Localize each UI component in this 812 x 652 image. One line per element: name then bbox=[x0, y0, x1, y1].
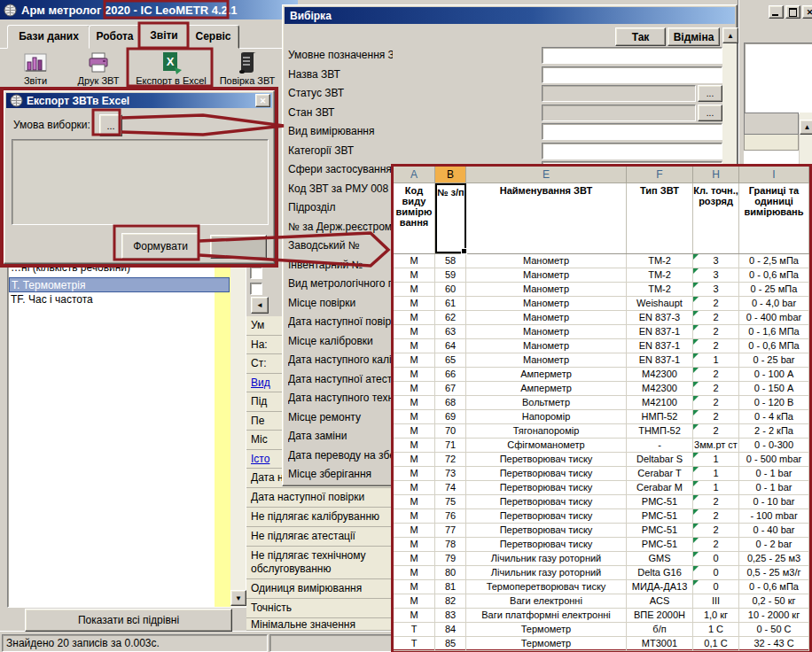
field-label-0: Умовне позначення ЗВТ bbox=[288, 49, 393, 61]
table-cell: М bbox=[394, 439, 435, 453]
column-header-F[interactable]: Тип ЗВТ bbox=[627, 183, 693, 253]
field-input-3[interactable] bbox=[542, 105, 696, 121]
scroll-left-button[interactable]: ◄ bbox=[251, 297, 269, 314]
table-cell: PMC-51 bbox=[627, 495, 693, 509]
table-cell: 0 - 1 bar bbox=[739, 481, 809, 495]
toolbar-button-excel[interactable]: XЕкспорт в Excel bbox=[129, 50, 213, 86]
table-row[interactable]: М67АмперметрМ4230020 - 150 А bbox=[394, 382, 809, 396]
table-row[interactable]: М75Перетворювач тискуPMC-5120 - 10 bar bbox=[394, 495, 809, 509]
table-row[interactable]: М77Перетворювач тискуPMC-5120 - 40 bar bbox=[394, 524, 809, 538]
column-header-A[interactable]: Код виду вимірю вання bbox=[394, 183, 435, 253]
field-input-5[interactable] bbox=[542, 143, 722, 159]
table-cell: 0 - 4,0 bar bbox=[739, 297, 809, 311]
table-row[interactable]: М63МанометрEN 837-120 - 1,6 МПа bbox=[394, 325, 809, 339]
field-browse-button-2[interactable]: ... bbox=[698, 85, 722, 102]
detail-row[interactable]: Мінімальне значення bbox=[246, 618, 391, 631]
detail-row[interactable]: Дата наступної повірки bbox=[246, 488, 391, 508]
table-row[interactable]: М81Термоперетворювач тискуМИДА-ДА1300 - … bbox=[394, 580, 809, 594]
table-row[interactable]: М58МанометрТМ-230 - 2,5 мПа bbox=[394, 254, 809, 268]
show-all-sublevels-button[interactable]: Показати всі підрівні bbox=[25, 609, 232, 632]
table-row[interactable]: М69НапоромірНМП-5220 - 4 кПа bbox=[394, 410, 809, 424]
list-item[interactable]: TF. Час і частота bbox=[9, 292, 230, 307]
field-input-0[interactable] bbox=[542, 47, 722, 64]
svg-text:X: X bbox=[167, 55, 175, 68]
background-scrollbar[interactable]: ▲ bbox=[800, 113, 812, 170]
table-row[interactable]: М68ВольтметрМ4210020 - 120 В bbox=[394, 396, 809, 410]
background-grid-header bbox=[744, 113, 799, 135]
table-cell: М bbox=[394, 297, 435, 311]
table-row[interactable]: М62МанометрEN 837-320 - 400 mbar bbox=[394, 311, 809, 325]
detail-row[interactable]: Точність bbox=[246, 599, 391, 618]
table-row[interactable]: М64МанометрEN 837-120 - 0,6 МПа bbox=[394, 339, 809, 353]
secondary-button[interactable] bbox=[210, 235, 267, 259]
detail-row[interactable]: Не підлягає атестації bbox=[246, 527, 391, 547]
tab-Звіти[interactable]: Звіти bbox=[139, 23, 189, 49]
field-input-4[interactable] bbox=[542, 123, 722, 140]
table-cell: ТМ-2 bbox=[627, 268, 693, 283]
column-header-I[interactable]: Границі та одиниці вимірювань bbox=[739, 183, 809, 253]
scroll-down-icon[interactable]: ▼ bbox=[230, 590, 246, 606]
generate-button[interactable]: Формувати bbox=[121, 233, 199, 260]
table-row[interactable]: М83Ваги платформні електронніВПЕ 2000Н1,… bbox=[394, 609, 809, 623]
list-item[interactable]: Т. Термометрія bbox=[9, 277, 230, 292]
tab-Сервіс[interactable]: Сервіс bbox=[187, 25, 239, 49]
app-icon bbox=[4, 4, 17, 17]
table-row[interactable]: Т84Термометрб/п1 С0 - 50 С bbox=[394, 623, 809, 637]
toolbar-button-chart[interactable]: Звіти bbox=[11, 50, 60, 86]
table-row[interactable]: М79Лічильник газу роторнийGMS00,25 - 25 … bbox=[394, 552, 809, 566]
list-item-partial[interactable]: …ні (кількість речовини) bbox=[9, 267, 211, 277]
toolbar-button-printer[interactable]: Друк ЗВТ bbox=[69, 50, 128, 86]
selection-dialog-titlebar[interactable]: Вибірка bbox=[285, 7, 735, 24]
scroll-up-icon[interactable]: ▲ bbox=[800, 120, 812, 135]
column-header-E[interactable]: Найменування ЗВТ bbox=[466, 183, 627, 253]
condition-listbox[interactable] bbox=[12, 139, 269, 225]
table-cell: М bbox=[394, 453, 435, 467]
table-row[interactable]: М80Лічильник газу роторнийDelta G1600,5 … bbox=[394, 566, 809, 580]
table-row[interactable]: М61МанометрWeishaupt20 - 4,0 bar bbox=[394, 297, 809, 311]
table-cell: 0 - 0,6 мПа bbox=[739, 580, 809, 594]
table-row[interactable]: М74Перетворювач тискуCerabar M10 - 1 bar bbox=[394, 481, 809, 495]
tab-Робота[interactable]: Робота bbox=[89, 25, 141, 49]
fill-handle[interactable] bbox=[461, 248, 467, 254]
field-browse-button-3[interactable]: ... bbox=[698, 105, 722, 121]
toolbar-button-scroll[interactable]: Повірка ЗВТ bbox=[215, 50, 280, 86]
table-row[interactable]: М70ТягонапоромірТНМП-5222 - 2 кПа bbox=[394, 424, 809, 439]
table-row[interactable]: Т85ТермометрМТ30010,1 С32 - 43 С bbox=[394, 637, 809, 651]
minimize-button[interactable] bbox=[769, 5, 784, 19]
maximize-button[interactable] bbox=[785, 5, 800, 19]
field-input-1[interactable] bbox=[542, 66, 722, 83]
table-row[interactable]: М72Перетворювач тискуDeltabar S10 - 500 … bbox=[394, 453, 809, 467]
tab-Бази даних[interactable]: Бази даних bbox=[7, 25, 90, 49]
field-input-2[interactable] bbox=[542, 85, 696, 102]
table-row[interactable]: М82Ваги електронніACSIII0,2 - 50 кг bbox=[394, 594, 809, 609]
column-letter-E[interactable]: E bbox=[466, 167, 627, 182]
table-row[interactable]: М59МанометрТМ-230 - 0,6 мПа bbox=[394, 268, 809, 283]
table-row[interactable]: М66АмперметрМ4230020 - 100 А bbox=[394, 368, 809, 382]
table-row[interactable]: М73Перетворювач тискуCerabar T10 - 1 bar bbox=[394, 467, 809, 481]
column-letter-B[interactable]: B bbox=[435, 167, 466, 182]
column-letter-A[interactable]: A bbox=[394, 167, 435, 182]
table-row[interactable]: М60МанометрТМ-230 - 25 мПа bbox=[394, 283, 809, 297]
column-letter-F[interactable]: F bbox=[627, 167, 693, 182]
checkbox-2[interactable] bbox=[250, 283, 262, 295]
scroll-up-icon[interactable]: ▲ bbox=[722, 27, 738, 43]
column-letter-I[interactable]: I bbox=[739, 167, 809, 182]
cancel-button[interactable]: Відміна bbox=[668, 27, 720, 46]
list-scrollbar[interactable]: ▼ bbox=[230, 267, 246, 607]
table-row[interactable]: М76Перетворювач тискуPMC-512- 100 mbar bbox=[394, 509, 809, 524]
detail-row[interactable]: Не підлягає технічному обслуговуванню bbox=[246, 547, 391, 579]
checkbox-1[interactable] bbox=[250, 267, 262, 279]
close-button[interactable]: ✕ bbox=[802, 5, 812, 19]
ok-button[interactable]: Так bbox=[615, 27, 666, 46]
export-dialog-titlebar[interactable]: Експорт ЗВТв Excel ✕ bbox=[6, 93, 272, 108]
column-header-H[interactable]: Кл. точн., розряд bbox=[693, 183, 739, 253]
column-letter-H[interactable]: H bbox=[693, 167, 739, 182]
column-header-B[interactable]: № з/п bbox=[435, 183, 466, 253]
detail-row[interactable]: Не підлягає калібруванню bbox=[246, 508, 391, 527]
table-row[interactable]: М78Перетворювач тискуPMC-5120 - 2 bar bbox=[394, 538, 809, 552]
close-button[interactable]: ✕ bbox=[255, 94, 270, 107]
table-row[interactable]: М71Сфігмоманометр-3мм.рт ст0 - 0-300 bbox=[394, 439, 809, 453]
detail-row[interactable]: Одиниця вимірювання bbox=[246, 579, 391, 599]
browse-condition-button[interactable]: ... bbox=[99, 114, 122, 136]
table-row[interactable]: М65МанометрEN 837-110 - 25 bar bbox=[394, 353, 809, 368]
